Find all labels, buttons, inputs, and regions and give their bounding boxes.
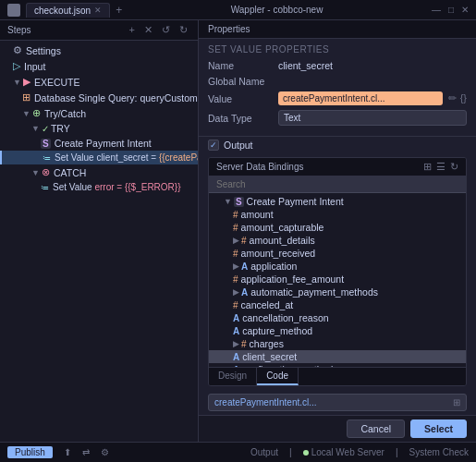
edit-icon[interactable]: ✏ xyxy=(448,92,457,104)
tree-item-db[interactable]: ⊞ Database Single Query: queryCustomer ✓ xyxy=(0,90,198,105)
binding-application[interactable]: ▶ A application xyxy=(209,260,466,273)
tree-label-try: TRY xyxy=(51,123,70,134)
add-tab-icon[interactable]: + xyxy=(116,4,122,17)
tree-label-set-value-cs: Set Value client_secret = {{createPaymen… xyxy=(55,152,198,163)
publish-button[interactable]: Publish xyxy=(7,446,53,458)
main-layout: Steps + ✕ ↺ ↻ ⚙ Settings ▷ Input ▼ ▶ EXE… xyxy=(0,20,476,442)
binding-label-canceled: canceled_at xyxy=(241,299,294,310)
maximize-icon[interactable]: □ xyxy=(448,5,454,15)
set-value-properties: SET VALUE PROPERTIES Name client_secret … xyxy=(199,39,476,137)
bindings-icons: ⊞ ☰ ↻ xyxy=(423,161,458,173)
binding-label-cancel: cancellation_reason xyxy=(242,312,328,323)
value-input[interactable]: createPaymentIntent.cl... xyxy=(278,91,443,105)
binding-label-charges: charges xyxy=(250,338,284,349)
arrow-application: ▶ xyxy=(233,261,239,271)
tree-item-create-payment[interactable]: S Create Payment Intent xyxy=(0,136,198,151)
redo-icon[interactable]: ↻ xyxy=(177,23,190,37)
share-icon[interactable]: ⇄ xyxy=(82,447,90,457)
name-row: Name client_secret xyxy=(208,60,467,71)
file-tab[interactable]: checkout.json ✕ xyxy=(26,3,110,18)
tree-item-input[interactable]: ▷ Input xyxy=(0,58,198,74)
steps-label: Steps xyxy=(7,25,31,35)
binding-label-auto: automatic_payment_methods xyxy=(250,286,378,298)
delete-step-icon[interactable]: ✕ xyxy=(141,23,155,37)
output-row: ✓ Output xyxy=(199,137,476,153)
binding-label-capturable: amount_capturable xyxy=(241,222,324,233)
db-icon: ⊞ xyxy=(22,91,31,103)
settings-icon[interactable]: ⚙ xyxy=(101,447,109,457)
binding-app-fee[interactable]: # application_fee_amount xyxy=(209,273,466,286)
binding-client-secret[interactable]: A client_secret xyxy=(209,350,466,363)
execute-arrow: ▼ xyxy=(13,78,21,87)
binding-amount-details[interactable]: ▶ # amount_details xyxy=(209,234,466,247)
bindings-search-input[interactable] xyxy=(209,176,466,193)
binding-charges[interactable]: ▶ # charges xyxy=(209,337,466,350)
tree-label-execute: EXECUTE xyxy=(34,77,80,88)
tree-item-execute[interactable]: ▼ ▶ EXECUTE xyxy=(0,74,198,90)
set-value-label: SET VALUE PROPERTIES xyxy=(208,44,467,55)
bindings-list-icon[interactable]: ☰ xyxy=(436,161,445,173)
tree-item-try-catch[interactable]: ▼ ⊕ Try/Catch xyxy=(0,105,198,121)
app-title: Wappler - cobbco-new xyxy=(128,5,426,15)
binding-amount[interactable]: # amount xyxy=(209,208,466,221)
tab-code[interactable]: Code xyxy=(257,368,299,385)
execute-icon: ▶ xyxy=(23,76,31,88)
code-icon[interactable]: {} xyxy=(460,92,467,104)
output-checkbox[interactable]: ✓ xyxy=(208,140,219,151)
tree-item-try[interactable]: ▼ ✓ TRY xyxy=(0,121,198,136)
binding-label-cp: Create Payment Intent xyxy=(247,196,344,207)
binding-amount-received[interactable]: # amount_received xyxy=(209,247,466,260)
tree-item-set-value-cs[interactable]: ≔ Set Value client_secret = {{createPaym… xyxy=(0,151,198,164)
tree-item-set-value-err[interactable]: ≔ Set Value error = {{$_ERROR}} xyxy=(0,180,198,194)
app-icon xyxy=(7,4,20,17)
server-status-dot xyxy=(303,450,309,456)
action-buttons: Cancel Select xyxy=(199,415,476,442)
hash-icon-charges: # xyxy=(241,339,247,349)
tab-design[interactable]: Design xyxy=(209,368,257,385)
tree-label-db: Database Single Query: queryCustomer xyxy=(34,92,198,103)
setval-icon: ≔ xyxy=(43,153,51,163)
tree-item-catch[interactable]: ▼ ⊗ CATCH xyxy=(0,164,198,180)
cancel-button[interactable]: Cancel xyxy=(347,419,405,438)
binding-label-capture: capture_method xyxy=(242,325,312,336)
bindings-grid-icon[interactable]: ⊞ xyxy=(423,161,432,173)
add-step-icon[interactable]: + xyxy=(127,23,138,37)
arrow-auto: ▶ xyxy=(233,287,239,297)
try-block-arrow: ▼ xyxy=(31,124,40,133)
binding-amount-capturable[interactable]: # amount_capturable xyxy=(209,221,466,234)
value-key: Value xyxy=(208,93,273,104)
binding-create-payment[interactable]: ▼ S Create Payment Intent xyxy=(209,195,466,208)
name-value: client_secret xyxy=(278,60,333,71)
binding-label-secret: client_secret xyxy=(242,351,297,362)
binding-capture-method[interactable]: A capture_method xyxy=(209,324,466,337)
publish-icon: ⬆ xyxy=(64,447,71,457)
binding-cancel-reason[interactable]: A cancellation_reason xyxy=(209,311,466,324)
hash-icon-details: # xyxy=(241,236,247,246)
code-value[interactable]: createPaymentIntent.cl... xyxy=(214,397,453,407)
tab-close-icon[interactable]: ✕ xyxy=(94,6,102,15)
binding-canceled-at[interactable]: # canceled_at xyxy=(209,298,466,311)
setval-err-icon: ≔ xyxy=(41,183,49,192)
hash-icon-capturable: # xyxy=(233,223,238,233)
minimize-icon[interactable]: — xyxy=(432,5,441,15)
data-type-row: Data Type Text Number Boolean xyxy=(208,110,467,126)
catch-icon: ⊗ xyxy=(42,166,50,178)
data-type-select[interactable]: Text Number Boolean xyxy=(278,110,467,126)
tree-label-settings: Settings xyxy=(26,45,61,56)
tree-item-settings[interactable]: ⚙ Settings xyxy=(0,43,198,58)
output-label: Output xyxy=(224,140,253,151)
binding-label-amount: amount xyxy=(241,209,274,220)
bindings-refresh-icon[interactable]: ↻ xyxy=(450,161,458,173)
select-button[interactable]: Select xyxy=(410,419,467,438)
binding-label-fee: application_fee_amount xyxy=(241,274,345,285)
a-icon-application: A xyxy=(241,261,248,272)
tree-label-create-payment: Create Payment Intent xyxy=(55,138,152,149)
undo-icon[interactable]: ↺ xyxy=(159,23,173,37)
a-icon-capture: A xyxy=(233,326,239,336)
code-expand-icon[interactable]: ⊞ xyxy=(453,397,460,407)
check-mark: ✓ xyxy=(210,140,217,150)
right-panel: Properties SET VALUE PROPERTIES Name cli… xyxy=(199,20,476,442)
close-icon[interactable]: ✕ xyxy=(461,5,469,15)
binding-auto-payment[interactable]: ▶ A automatic_payment_methods xyxy=(209,286,466,298)
try-icon: ⊕ xyxy=(32,107,41,119)
